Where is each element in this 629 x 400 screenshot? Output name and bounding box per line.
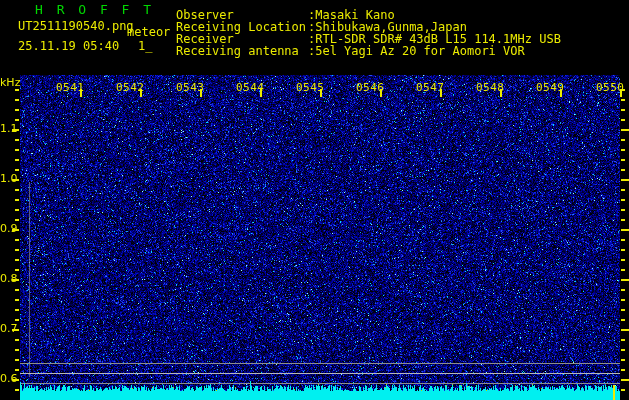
time-axis-label: 0543	[176, 81, 208, 94]
time-axis-label: 0545	[296, 81, 328, 94]
khz-unit-label: kHz	[0, 77, 20, 89]
hrofft-window: H R O F F T UT2511190540.png meteor 25.1…	[0, 0, 629, 400]
freq-axis-label: 1.1	[0, 123, 16, 135]
spectrogram-canvas	[0, 0, 629, 400]
header-field-row: Receiving Location :Shibukawa,Gunma,Japa…	[0, 20, 629, 32]
header-field-label: Receiving antenna	[176, 44, 299, 58]
freq-axis-label: 0.8	[0, 273, 16, 285]
header-field-row: Observer :Masaki Kano	[0, 8, 629, 20]
header-field-row: Receiving antenna :5el Yagi Az 20 for Ao…	[0, 44, 629, 56]
freq-axis-label: 0.9	[0, 223, 16, 235]
header-field-value: :5el Yagi Az 20 for Aomori VOR	[308, 44, 525, 58]
time-axis-label: 0542	[116, 81, 148, 94]
time-axis-label: 0548	[476, 81, 508, 94]
header-field-row: Receiver :RTL-SDR SDR# 43dB L15 114.1MHz…	[0, 32, 629, 44]
time-axis-label: 0549	[536, 81, 568, 94]
time-axis-label: 0544	[236, 81, 268, 94]
time-axis-label: 0547	[416, 81, 448, 94]
time-axis-label: 0546	[356, 81, 388, 94]
freq-axis-label: 1.0	[0, 173, 16, 185]
freq-axis-label: 0.6	[0, 373, 16, 385]
time-axis-label: 0550	[596, 81, 628, 94]
freq-axis-label: 0.7	[0, 323, 16, 335]
time-axis-label: 0541	[56, 81, 88, 94]
